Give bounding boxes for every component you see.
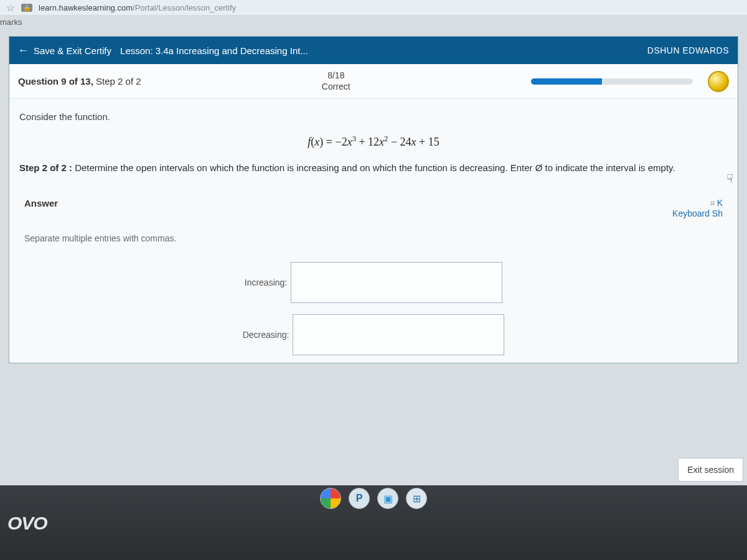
separator-note: Separate multiple entries with commas. [24, 233, 728, 243]
arrow-left-icon: ← [18, 44, 29, 57]
score-display: 8/18 Correct [322, 70, 350, 92]
question-step: Step 2 of 2 [93, 76, 141, 86]
browser-address-bar: ☆ 🔒 learn.hawkeslearning.com/Portal/Less… [0, 0, 747, 15]
lesson-title: Lesson: 3.4a Increasing and Decreasing I… [120, 45, 308, 56]
app-icon-p[interactable]: P [349, 488, 370, 509]
increasing-row: Increasing: [245, 262, 502, 303]
consider-text: Consider the function. [19, 111, 728, 122]
keypad-icon[interactable]: ⌗ [710, 198, 715, 208]
exit-session-button[interactable]: Exit session [678, 458, 743, 482]
keyboard-shortcut-link[interactable]: Keyboard Sh [672, 208, 723, 218]
url-host: learn.hawkeslearning.com [39, 3, 133, 12]
question-subheader: Question 9 of 13, Step 2 of 2 8/18 Corre… [9, 64, 738, 99]
calculator-icon[interactable]: ⊞ [406, 488, 427, 509]
url-path: /Portal/Lesson/lesson_certify [133, 3, 236, 12]
progress-area [531, 71, 729, 92]
score-value: 8/18 [322, 70, 350, 82]
step-instruction: Step 2 of 2 : Determine the open interva… [19, 162, 728, 173]
url-display[interactable]: learn.hawkeslearning.com/Portal/Lesson/l… [39, 3, 236, 12]
progress-fill [531, 78, 602, 85]
lock-icon: 🔒 [21, 4, 32, 12]
step-label: Step 2 of 2 : [19, 162, 72, 173]
app-header: ← Save & Exit Certify Lesson: 3.4a Incre… [9, 37, 738, 64]
taskbar-icons: P ▣ ⊞ [320, 488, 427, 509]
save-exit-button[interactable]: ← Save & Exit Certify [18, 44, 111, 57]
increasing-label: Increasing: [245, 278, 287, 287]
score-label: Correct [322, 82, 350, 93]
medal-icon [708, 71, 729, 92]
chrome-icon[interactable] [320, 488, 341, 509]
function-equation: f(x) = −2x3 + 12x2 − 24x + 15 [19, 134, 728, 149]
question-number: Question 9 of 13, [18, 76, 93, 86]
question-body: Consider the function. f(x) = −2x3 + 12x… [9, 99, 738, 363]
answer-header: Answer ⌗K Keyboard Sh [19, 198, 728, 218]
keyboard-tools[interactable]: ⌗K Keyboard Sh [672, 198, 723, 218]
cursor-icon: ☟ [726, 172, 733, 185]
device-logo: OVO [7, 513, 47, 534]
progress-bar [531, 78, 693, 85]
step-desc: Determine the open intervals on which th… [72, 162, 675, 173]
save-exit-label: Save & Exit Certify [34, 45, 111, 56]
system-taskbar: Exit session OVO P ▣ ⊞ [0, 485, 747, 560]
decreasing-row: Decreasing: [243, 314, 505, 355]
answer-heading: Answer [24, 198, 58, 208]
question-title: Question 9 of 13, Step 2 of 2 [18, 76, 141, 86]
decreasing-label: Decreasing: [243, 330, 289, 340]
answer-inputs: Increasing: Decreasing: [19, 262, 728, 355]
favorite-icon[interactable]: ☆ [6, 2, 15, 14]
user-name[interactable]: DSHUN EDWARDS [647, 45, 729, 55]
bookmarks-label: marks [0, 17, 22, 27]
bookmarks-bar: marks [0, 15, 747, 31]
camera-icon[interactable]: ▣ [377, 488, 398, 509]
increasing-input[interactable] [291, 262, 502, 303]
app-window: ← Save & Exit Certify Lesson: 3.4a Incre… [9, 36, 738, 363]
decreasing-input[interactable] [293, 314, 504, 355]
keypad-label: K [717, 198, 723, 208]
